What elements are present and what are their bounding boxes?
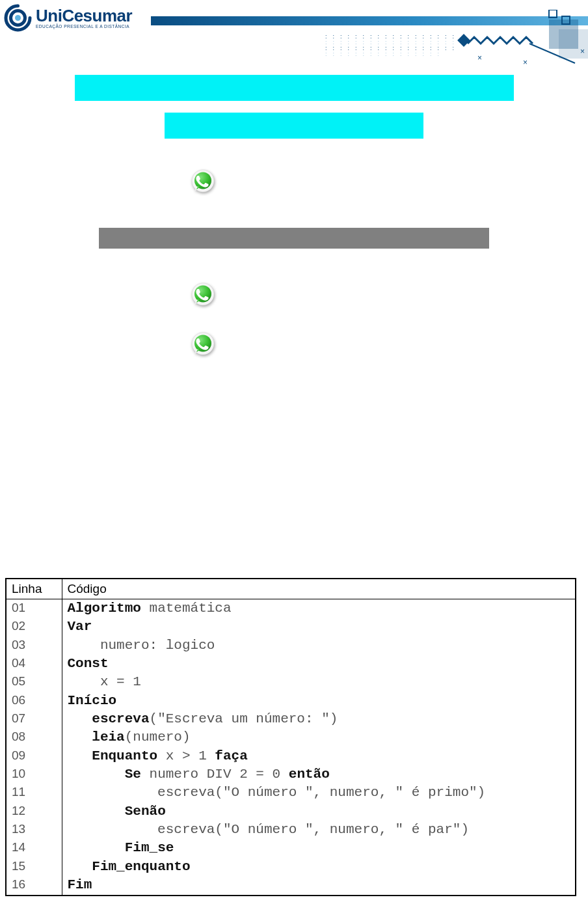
svg-rect-6 xyxy=(457,34,470,47)
table-row: 09 Enquanto x > 1 faça xyxy=(6,747,576,765)
line-number: 16 xyxy=(6,876,62,895)
table-row: 13 escreva("O número ", numero, " é par"… xyxy=(6,821,576,839)
code-cell: escreva("Escreva um número: ") xyxy=(62,710,576,728)
col-header-codigo: Código xyxy=(62,579,576,599)
line-number: 15 xyxy=(6,858,62,876)
header-corner-graphic: × × × xyxy=(328,10,588,65)
whatsapp-icon xyxy=(189,281,217,308)
code-cell: Algoritmo matemática xyxy=(62,599,576,618)
line-number: 09 xyxy=(6,747,62,765)
code-cell: escreva("O número ", numero, " é par") xyxy=(62,821,576,839)
code-cell: Fim_enquanto xyxy=(62,858,576,876)
line-number: 02 xyxy=(6,618,62,636)
brand-logo-text: UniCesumar EDUCAÇÃO PRESENCIAL E A DISTÂ… xyxy=(36,7,132,29)
code-cell: numero: logico xyxy=(62,636,576,655)
svg-text:×: × xyxy=(477,53,482,62)
line-number: 03 xyxy=(6,636,62,655)
highlight-bar-cyan-1 xyxy=(75,75,514,101)
brand-logo: UniCesumar EDUCAÇÃO PRESENCIAL E A DISTÂ… xyxy=(3,3,132,33)
svg-point-1 xyxy=(15,15,21,21)
code-cell: x = 1 xyxy=(62,673,576,691)
brand-tagline: EDUCAÇÃO PRESENCIAL E A DISTÂNCIA xyxy=(36,25,132,29)
line-number: 05 xyxy=(6,673,62,691)
table-row: 12 Senão xyxy=(6,802,576,821)
brand-name: UniCesumar xyxy=(36,7,132,24)
code-cell: Enquanto x > 1 faça xyxy=(62,747,576,765)
table-row: 03 numero: logico xyxy=(6,636,576,655)
line-number: 14 xyxy=(6,839,62,857)
table-row: 16Fim xyxy=(6,876,576,895)
page-header: UniCesumar EDUCAÇÃO PRESENCIAL E A DISTÂ… xyxy=(0,0,588,65)
code-cell: Senão xyxy=(62,802,576,821)
table-row: 11 escreva("O número ", numero, " é prim… xyxy=(6,784,576,802)
table-row: 06Início xyxy=(6,692,576,710)
line-number: 12 xyxy=(6,802,62,821)
table-row: 07 escreva("Escreva um número: ") xyxy=(6,710,576,728)
line-number: 06 xyxy=(6,692,62,710)
code-cell: Const xyxy=(62,655,576,673)
table-row: 14 Fim_se xyxy=(6,839,576,857)
line-number: 08 xyxy=(6,728,62,746)
highlight-bar-gray xyxy=(99,228,489,249)
table-row: 10 Se numero DIV 2 = 0 então xyxy=(6,765,576,784)
svg-text:×: × xyxy=(580,47,585,56)
table-row: 15 Fim_enquanto xyxy=(6,858,576,876)
col-header-linha: Linha xyxy=(6,579,62,599)
table-row: 01Algoritmo matemática xyxy=(6,599,576,618)
line-number: 01 xyxy=(6,599,62,618)
table-row: 04Const xyxy=(6,655,576,673)
code-cell: Se numero DIV 2 = 0 então xyxy=(62,765,576,784)
line-number: 10 xyxy=(6,765,62,784)
svg-text:×: × xyxy=(523,58,528,67)
code-cell: leia(numero) xyxy=(62,728,576,746)
line-number: 04 xyxy=(6,655,62,673)
code-cell: escreva("O número ", numero, " é primo") xyxy=(62,784,576,802)
brand-logo-mark xyxy=(3,3,33,33)
whatsapp-icon xyxy=(189,168,217,195)
whatsapp-icon xyxy=(189,331,217,358)
line-number: 07 xyxy=(6,710,62,728)
code-cell: Fim_se xyxy=(62,839,576,857)
code-cell: Fim xyxy=(62,876,576,895)
table-row: 08 leia(numero) xyxy=(6,728,576,746)
pseudocode-table: Linha Código 01Algoritmo matemática02Var… xyxy=(5,578,576,896)
code-cell: Var xyxy=(62,618,576,636)
svg-rect-5 xyxy=(549,10,557,18)
table-row: 02Var xyxy=(6,618,576,636)
code-cell: Início xyxy=(62,692,576,710)
line-number: 11 xyxy=(6,784,62,802)
highlight-bar-cyan-2 xyxy=(165,113,423,139)
line-number: 13 xyxy=(6,821,62,839)
table-row: 05 x = 1 xyxy=(6,673,576,691)
